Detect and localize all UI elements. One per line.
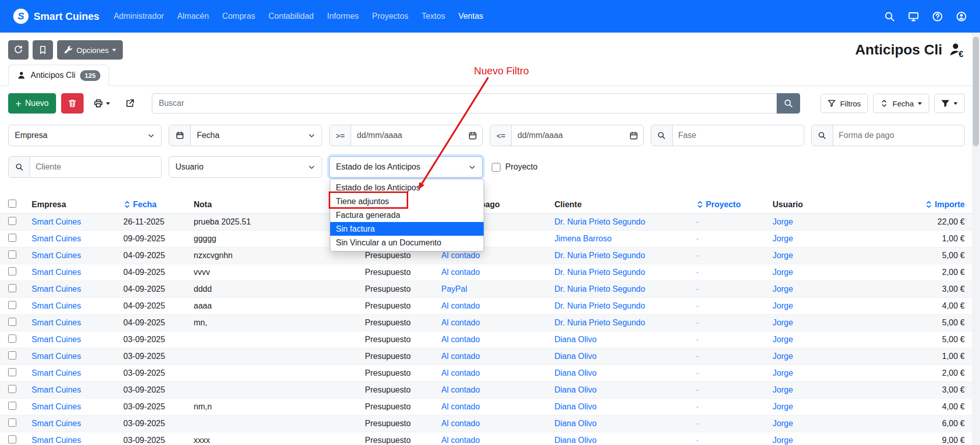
cell-cliente[interactable]: Diana Olivo [550,415,692,432]
dropdown-option-estado-de-los-anticipos[interactable]: Estado de los Anticipos [330,181,484,194]
cell-cliente[interactable]: Diana Olivo [550,365,692,381]
cell-empresa[interactable]: Smart Cuines [28,281,119,297]
cell-forma-pago[interactable]: Al contado [437,415,550,432]
print-button[interactable] [89,93,115,114]
display-icon[interactable] [908,11,919,22]
cell-empresa[interactable]: Smart Cuines [28,213,119,230]
estado-anticipos-select[interactable]: Estado de los Anticipos [329,156,483,178]
nav-item-contabilidad[interactable]: Contabilidad [269,12,314,21]
usuario-select[interactable]: Usuario [169,156,322,178]
tab-anticipos-cli[interactable]: Anticipos Cli 125 [8,65,109,86]
table-row[interactable]: Smart Cuines 03-09-2025 Presupuesto Al c… [0,348,972,365]
dropdown-option-sin-factura[interactable]: Sin factura [330,222,484,236]
cell-usuario[interactable]: Jorge [769,281,845,297]
nav-item-informes[interactable]: Informes [327,12,359,21]
table-row[interactable]: Smart Cuines 09-09-2025 ggggg Jimena Bar… [0,230,972,247]
cell-forma-pago[interactable]: Al contado [437,432,550,445]
search-icon[interactable] [884,11,895,22]
filters-button[interactable]: Filtros [820,94,868,113]
table-row[interactable]: Smart Cuines 26-11-2025 prueba 2025.51 D… [0,213,972,230]
cell-empresa[interactable]: Smart Cuines [28,365,119,381]
cell-cliente[interactable]: Dr. Nuria Prieto Segundo [550,264,692,281]
row-checkbox[interactable] [8,335,16,343]
cell-usuario[interactable]: Jorge [769,432,845,445]
cell-proyecto[interactable]: - [692,230,769,247]
cell-cliente[interactable]: Dr. Nuria Prieto Segundo [550,281,692,297]
row-checkbox[interactable] [8,435,16,443]
nav-item-ventas[interactable]: Ventas [458,12,483,21]
row-checkbox[interactable] [8,368,16,376]
cell-empresa[interactable]: Smart Cuines [28,432,119,445]
cell-usuario[interactable]: Jorge [769,213,845,230]
cell-forma-pago[interactable]: Al contado [437,348,550,365]
date-to-input[interactable] [512,131,629,140]
table-row[interactable]: Smart Cuines 03-09-2025 Presupuesto Al c… [0,331,972,348]
cell-usuario[interactable]: Jorge [769,314,845,331]
table-row[interactable]: Smart Cuines 04-09-2025 mn, Presupuesto … [0,314,972,331]
open-external-button[interactable] [120,93,140,114]
cell-usuario[interactable]: Jorge [769,415,845,432]
cell-proyecto[interactable]: - [692,264,769,281]
cell-empresa[interactable]: Smart Cuines [28,230,119,247]
nav-item-almacén[interactable]: Almacén [177,12,209,21]
cell-cliente[interactable]: Diana Olivo [550,331,692,348]
col-header-proyecto[interactable]: Proyecto [692,197,769,213]
cell-empresa[interactable]: Smart Cuines [28,264,119,281]
vertical-scrollbar[interactable] [972,33,980,445]
search-button[interactable] [777,93,800,114]
cell-usuario[interactable]: Jorge [769,297,845,314]
date-from-input[interactable] [351,131,468,140]
cell-forma-pago[interactable]: Al contado [437,264,550,281]
proyecto-checkbox[interactable] [492,163,500,172]
forma-pago-input[interactable] [833,131,964,140]
dropdown-option-tiene-adjuntos[interactable]: Tiene adjuntos [330,194,484,208]
cell-proyecto[interactable]: - [692,297,769,314]
table-row[interactable]: Smart Cuines 03-09-2025 Presupuesto Al c… [0,381,972,398]
row-checkbox[interactable] [8,419,16,427]
row-checkbox[interactable] [8,402,16,410]
cell-cliente[interactable]: Dr. Nuria Prieto Segundo [550,213,692,230]
col-header-fecha[interactable]: Fecha [119,197,190,213]
table-row[interactable]: Smart Cuines 03-09-2025 Presupuesto Al c… [0,415,972,432]
cell-forma-pago[interactable]: PayPal [437,281,550,297]
cell-proyecto[interactable]: - [692,415,769,432]
cell-usuario[interactable]: Jorge [769,365,845,381]
cell-proyecto[interactable]: - [692,365,769,381]
select-all-checkbox[interactable] [8,200,16,208]
cell-proyecto[interactable]: - [692,247,769,264]
cell-cliente[interactable]: Dr. Nuria Prieto Segundo [550,297,692,314]
row-checkbox[interactable] [8,318,16,326]
help-icon[interactable] [932,11,943,22]
cliente-input[interactable] [30,162,161,172]
cell-forma-pago[interactable]: Al contado [437,365,550,381]
calendar-icon[interactable] [468,131,477,140]
cell-cliente[interactable]: Diana Olivo [550,432,692,445]
cell-cliente[interactable]: Dr. Nuria Prieto Segundo [550,247,692,264]
cell-empresa[interactable]: Smart Cuines [28,415,119,432]
cell-cliente[interactable]: Diana Olivo [550,348,692,365]
cell-forma-pago[interactable]: Al contado [437,398,550,415]
row-checkbox[interactable] [8,385,16,393]
cell-proyecto[interactable]: - [692,381,769,398]
table-row[interactable]: Smart Cuines 03-09-2025 Presupuesto Al c… [0,365,972,381]
nav-item-textos[interactable]: Textos [421,12,445,21]
row-checkbox[interactable] [8,284,16,292]
cell-cliente[interactable]: Dr. Nuria Prieto Segundo [550,314,692,331]
col-header-importe[interactable]: Importe [845,197,972,213]
fecha-field-select[interactable]: Fecha [191,131,322,140]
bookmark-button[interactable] [33,40,53,60]
cell-empresa[interactable]: Smart Cuines [28,381,119,398]
quick-filter-button[interactable] [934,94,965,113]
cell-usuario[interactable]: Jorge [769,348,845,365]
cell-proyecto[interactable]: - [692,314,769,331]
row-checkbox[interactable] [8,351,16,359]
cell-proyecto[interactable]: - [692,432,769,445]
cell-usuario[interactable]: Jorge [769,264,845,281]
nav-item-administrador[interactable]: Administrador [114,12,164,21]
cell-forma-pago[interactable]: Al contado [437,331,550,348]
col-header-cliente[interactable]: Cliente [550,197,692,213]
cell-empresa[interactable]: Smart Cuines [28,398,119,415]
cell-cliente[interactable]: Jimena Barroso [550,230,692,247]
cell-empresa[interactable]: Smart Cuines [28,247,119,264]
cell-proyecto[interactable]: - [692,281,769,297]
